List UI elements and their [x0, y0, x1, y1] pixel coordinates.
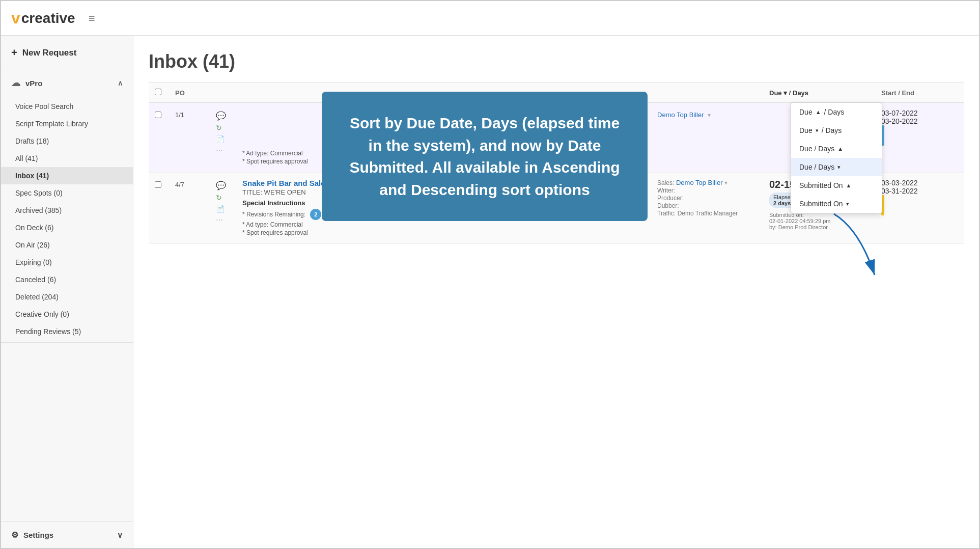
chat-icon[interactable]: 💬: [216, 111, 236, 121]
sidebar-item-drafts[interactable]: Drafts (18): [1, 132, 133, 150]
arrow-up-icon-2: ▲: [837, 146, 843, 152]
row-checkbox-1[interactable]: [155, 109, 175, 120]
arrow-down-icon: ▾: [816, 127, 819, 134]
arrow-up-icon-3: ▲: [846, 182, 852, 188]
file-icon[interactable]: 📄: [216, 135, 236, 143]
hamburger-menu-icon[interactable]: ≡: [89, 12, 95, 25]
header-due: Due ▾ / Days Due ▲ / Days Due ▾: [769, 89, 881, 97]
row-assign-2: Sales: Demo Top Biller ▾ Writer: Produce…: [657, 179, 769, 217]
row-icons-1: 💬 ↻ 📄 ⋯: [216, 109, 236, 154]
settings-chevron-icon: ∨: [117, 531, 123, 540]
sidebar-item-canceled[interactable]: Canceled (6): [1, 271, 133, 288]
sidebar-item-deleted[interactable]: Deleted (204): [1, 288, 133, 306]
row-po-2: 4/7: [175, 179, 216, 188]
sort-option-submitted-on-desc[interactable]: Submitted On ▾: [791, 195, 882, 213]
file-icon-2[interactable]: 📄: [216, 205, 236, 213]
sales-link-2[interactable]: Demo Top Biller: [676, 179, 723, 186]
tooltip-overlay: Sort by Due Date, Days (elapsed time in …: [322, 92, 648, 221]
header-po: PO: [175, 89, 216, 97]
refresh-icon-2[interactable]: ↻: [216, 194, 236, 202]
vpro-label: vPro: [25, 79, 42, 88]
vpro-section: ☁ vPro ∧ Voice Pool Search Script Templa…: [1, 70, 133, 343]
header-start-end: Start / End: [881, 89, 958, 97]
vpro-chevron-icon: ∧: [118, 79, 123, 87]
sidebar-item-expiring[interactable]: Expiring (0): [1, 254, 133, 271]
row-start-2: 03-03-2022 03-31-2022: [881, 179, 958, 215]
vpro-section-header[interactable]: ☁ vPro ∧: [1, 70, 133, 96]
dropdown-icon-1[interactable]: ▾: [708, 112, 711, 119]
sort-option-due-days-asc[interactable]: Due / Days ▲: [791, 140, 882, 158]
dropdown-icon-2[interactable]: ▾: [724, 179, 727, 186]
due-sort-label: Due ▾ / Days: [769, 89, 808, 97]
row-start-1: 03-07-2022 03-20-2022: [881, 109, 958, 146]
settings-label: Settings: [23, 531, 53, 539]
sidebar-item-on-deck[interactable]: On Deck (6): [1, 219, 133, 236]
sidebar-item-all[interactable]: All (41): [1, 150, 133, 167]
traffic-value-2: Demo Traffic Manager: [678, 210, 738, 217]
refresh-icon[interactable]: ↻: [216, 124, 236, 132]
select-all-checkbox[interactable]: [155, 89, 161, 95]
sales-label-2: Sales:: [657, 179, 674, 186]
logo: vcreative: [11, 9, 75, 28]
sidebar-item-on-air[interactable]: On Air (26): [1, 236, 133, 254]
sidebar-item-voice-pool-search[interactable]: Voice Pool Search: [1, 98, 133, 115]
sidebar-item-pending-reviews[interactable]: Pending Reviews (5): [1, 323, 133, 340]
sidebar-items-list: Voice Pool Search Script Template Librar…: [1, 96, 133, 342]
revisions-badge: 2: [310, 209, 321, 220]
traffic-label-2: Traffic:: [657, 210, 676, 217]
cloud-icon: ☁: [11, 77, 20, 89]
sidebar-item-spec-spots[interactable]: Spec Spots (0): [1, 184, 133, 202]
row-assign-1: Demo Top Biller ▾: [657, 109, 769, 119]
sidebar: + New Request ☁ vPro ∧ Voice Pool Search: [1, 36, 133, 548]
due-sort-button[interactable]: Due ▾ / Days: [769, 89, 810, 97]
row-po-1: 1/1: [175, 109, 216, 119]
sidebar-item-script-template-library[interactable]: Script Template Library: [1, 115, 133, 132]
sort-dropdown: Due ▲ / Days Due ▾ / Days Due / Days ▲: [791, 102, 882, 213]
page-title: Inbox (41): [149, 51, 964, 72]
writer-label-2: Writer:: [657, 187, 675, 194]
menu-dots-icon-2[interactable]: ⋯: [216, 216, 236, 224]
sidebar-item-creative-only[interactable]: Creative Only (0): [1, 306, 133, 323]
tooltip-text: Sort by Due Date, Days (elapsed time in …: [347, 112, 622, 201]
settings-sliders-icon: ⚙: [11, 530, 18, 540]
arrow-up-icon: ▲: [816, 109, 821, 115]
chat-icon-2[interactable]: 💬: [216, 181, 226, 190]
content-area: Inbox (41) PO Due ▾ / Days: [133, 36, 979, 548]
sidebar-item-inbox[interactable]: Inbox (41): [1, 167, 133, 184]
end-date-2: 03-31-2022: [881, 187, 958, 195]
producer-label-2: Producer:: [657, 195, 684, 202]
sort-option-due-asc[interactable]: Due ▲ / Days: [791, 103, 882, 121]
dubber-label-2: Dubber:: [657, 202, 679, 209]
settings-section[interactable]: ⚙ Settings ∨: [1, 521, 133, 548]
sort-option-due-desc[interactable]: Due ▾ / Days: [791, 121, 882, 140]
row-icons-2: 💬 ↻ 📄 ⋯: [216, 179, 236, 224]
row-checkbox-2[interactable]: [155, 179, 175, 190]
menu-dots-icon[interactable]: ⋯: [216, 146, 236, 154]
plus-icon: +: [11, 47, 17, 59]
logo-text: creative: [21, 10, 75, 26]
sort-arrow-icon: [829, 209, 890, 290]
new-request-button[interactable]: + New Request: [1, 36, 133, 70]
sales-link-1[interactable]: Demo Top Biller: [657, 111, 704, 119]
main-layout: + New Request ☁ vPro ∧ Voice Pool Search: [1, 36, 979, 548]
new-request-label: New Request: [22, 48, 77, 58]
arrow-down-icon-2: ▾: [837, 164, 841, 171]
top-header: vcreative ≡: [1, 1, 979, 36]
start-date-2: 03-03-2022: [881, 179, 958, 187]
sort-option-due-days-desc[interactable]: Due / Days ▾: [791, 158, 882, 176]
sidebar-item-archived[interactable]: Archived (385): [1, 202, 133, 219]
arrow-down-icon-3: ▾: [846, 201, 849, 207]
logo-v: v: [11, 9, 20, 28]
sort-option-submitted-on-asc[interactable]: Submitted On ▲: [791, 176, 882, 195]
header-checkbox-col: [155, 88, 175, 97]
